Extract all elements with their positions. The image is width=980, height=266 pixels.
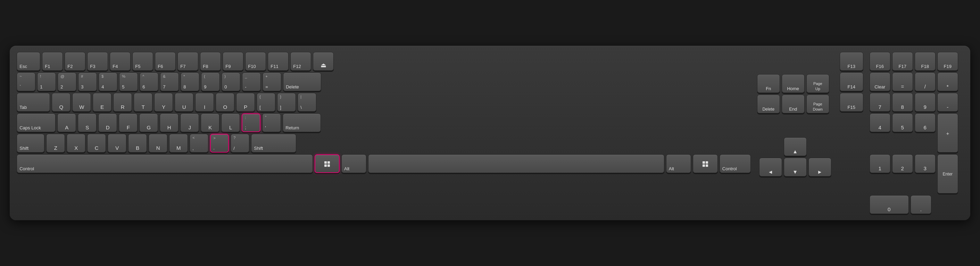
key-period[interactable]: > .: [210, 134, 229, 153]
key-slash[interactable]: ? /: [231, 134, 249, 153]
key-shift-left[interactable]: Shift: [17, 134, 45, 153]
key-alt-right[interactable]: Alt: [666, 154, 691, 173]
key-t[interactable]: T: [134, 93, 153, 112]
key-5[interactable]: % 5: [119, 73, 138, 91]
key-numpad-dot[interactable]: .: [910, 195, 931, 214]
key-z[interactable]: Z: [46, 134, 65, 153]
key-4[interactable]: $ 4: [99, 73, 118, 91]
key-f12[interactable]: F12: [290, 52, 311, 71]
key-numpad-7[interactable]: 7: [870, 93, 890, 112]
key-numpad-5[interactable]: 5: [892, 113, 913, 132]
key-3[interactable]: # 3: [78, 73, 97, 91]
key-alt-left[interactable]: Alt: [341, 154, 366, 173]
key-q[interactable]: Q: [52, 93, 70, 112]
key-i[interactable]: I: [195, 93, 214, 112]
key-f11[interactable]: F11: [268, 52, 289, 71]
key-f7[interactable]: F7: [177, 52, 198, 71]
key-f10[interactable]: F10: [245, 52, 266, 71]
key-return[interactable]: Return: [283, 113, 321, 132]
key-f5[interactable]: F5: [132, 52, 153, 71]
key-end[interactable]: End: [782, 95, 805, 113]
key-f17[interactable]: F17: [892, 52, 913, 71]
key-shift-right[interactable]: Shift: [251, 134, 296, 153]
key-backtick[interactable]: ~ `: [17, 73, 35, 91]
key-f16[interactable]: F16: [870, 52, 890, 71]
key-numpad-6[interactable]: 6: [915, 113, 935, 132]
key-win-left[interactable]: [315, 154, 340, 173]
key-numpad-plus[interactable]: +: [937, 113, 958, 153]
key-numpad-8[interactable]: 8: [892, 93, 913, 112]
key-numpad-enter[interactable]: Enter: [937, 154, 958, 193]
key-u[interactable]: U: [175, 93, 193, 112]
key-k[interactable]: K: [201, 113, 220, 132]
key-0[interactable]: ) 0: [221, 73, 240, 91]
key-r[interactable]: R: [113, 93, 132, 112]
key-arrow-right[interactable]: ►: [808, 158, 831, 177]
key-minus[interactable]: _ -: [242, 73, 261, 91]
key-f15[interactable]: F15: [840, 93, 863, 112]
key-o[interactable]: O: [216, 93, 234, 112]
key-eject[interactable]: ⏏: [313, 52, 334, 71]
key-page-down[interactable]: PageDown: [807, 95, 829, 113]
key-7[interactable]: & 7: [160, 73, 179, 91]
key-esc[interactable]: Esc: [17, 52, 40, 71]
key-1[interactable]: ! 1: [37, 73, 56, 91]
key-right-bracket[interactable]: } ]: [277, 93, 296, 112]
key-arrow-down[interactable]: ▼: [784, 158, 807, 177]
key-a[interactable]: A: [57, 113, 76, 132]
key-s[interactable]: S: [78, 113, 97, 132]
key-e[interactable]: E: [93, 93, 111, 112]
key-f14[interactable]: F14: [840, 73, 863, 91]
key-numpad-divide[interactable]: /: [915, 73, 935, 91]
key-p[interactable]: P: [236, 93, 255, 112]
key-f6[interactable]: F6: [155, 52, 176, 71]
key-numpad-0[interactable]: 0: [870, 195, 909, 214]
key-8[interactable]: * 8: [181, 73, 199, 91]
key-tab[interactable]: Tab: [17, 93, 50, 112]
key-comma[interactable]: < ,: [189, 134, 208, 153]
key-fn[interactable]: Fn: [757, 74, 780, 93]
key-equals[interactable]: + =: [262, 73, 281, 91]
key-numpad-1[interactable]: 1: [870, 154, 890, 173]
key-v[interactable]: V: [108, 134, 126, 153]
key-numpad-2[interactable]: 2: [892, 154, 913, 173]
key-control-left[interactable]: Control: [17, 154, 313, 173]
key-h[interactable]: H: [160, 113, 178, 132]
key-f3[interactable]: F3: [87, 52, 108, 71]
key-space[interactable]: [368, 154, 664, 173]
key-j[interactable]: J: [180, 113, 199, 132]
key-f4[interactable]: F4: [110, 52, 130, 71]
key-f1[interactable]: F1: [42, 52, 63, 71]
key-w[interactable]: W: [72, 93, 91, 112]
key-win-right[interactable]: [693, 154, 718, 173]
key-f19[interactable]: F19: [937, 52, 958, 71]
key-f9[interactable]: F9: [223, 52, 243, 71]
key-m[interactable]: M: [169, 134, 188, 153]
key-6[interactable]: ^ 6: [140, 73, 158, 91]
key-numpad-equals[interactable]: =: [892, 73, 913, 91]
key-quote[interactable]: " ': [262, 113, 281, 132]
key-numpad-minus[interactable]: -: [937, 93, 958, 112]
key-f8[interactable]: F8: [200, 52, 221, 71]
key-numpad-multiply[interactable]: *: [937, 73, 958, 91]
key-f[interactable]: F: [119, 113, 137, 132]
key-n[interactable]: N: [149, 134, 167, 153]
key-delete[interactable]: Delete: [757, 95, 780, 113]
key-caps-lock[interactable]: Caps Lock: [17, 113, 56, 132]
key-c[interactable]: C: [87, 134, 106, 153]
key-numpad-clear[interactable]: Clear: [870, 73, 890, 91]
key-y[interactable]: Y: [154, 93, 173, 112]
key-arrow-left[interactable]: ◄: [759, 158, 782, 177]
key-g[interactable]: G: [139, 113, 158, 132]
key-f18[interactable]: F18: [915, 52, 935, 71]
key-backspace[interactable]: Delete: [283, 73, 321, 91]
key-b[interactable]: B: [128, 134, 147, 153]
key-home[interactable]: Home: [782, 74, 805, 93]
key-arrow-up[interactable]: ▲: [784, 137, 807, 156]
key-f2[interactable]: F2: [65, 52, 86, 71]
key-numpad-9[interactable]: 9: [915, 93, 935, 112]
key-semicolon[interactable]: : ;: [242, 113, 261, 132]
key-numpad-3[interactable]: 3: [915, 154, 935, 173]
key-9[interactable]: ( 9: [201, 73, 220, 91]
key-2[interactable]: @ 2: [58, 73, 76, 91]
